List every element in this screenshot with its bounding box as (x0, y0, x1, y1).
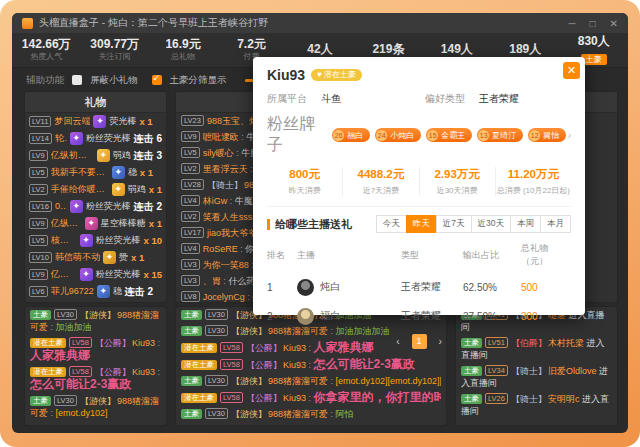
gift-sender-name[interactable]: 09神话 (55, 200, 67, 213)
whale-badge: 土豪 (30, 310, 51, 320)
chat-username[interactable]: 笑看人生sss (203, 212, 253, 222)
anchor-name[interactable]: 炖白 (320, 280, 340, 294)
gift-name: 星空棒棒糖 (101, 217, 146, 230)
tab-近7天[interactable]: 近7天 (436, 215, 472, 233)
level-badge: LV30 (54, 309, 77, 320)
gift-sender-name[interactable]: 亿纵初心不负 (51, 149, 94, 162)
tab-昨天[interactable]: 昨天 (406, 215, 437, 233)
gift-count: x 15 (144, 269, 163, 280)
stat-label: 热度人气 (12, 52, 80, 62)
minimize-icon[interactable]: ─ (568, 18, 575, 29)
maximize-icon[interactable]: □ (590, 18, 596, 29)
block-small-gifts-checkbox[interactable] (72, 75, 82, 85)
level-badge: LV9 (29, 269, 48, 280)
amount-cell: 500 (521, 282, 571, 293)
tab-本周[interactable]: 本周 (510, 215, 541, 233)
gift-sender-name[interactable]: 亿纵初心不负 (51, 217, 82, 230)
page-next-icon[interactable]: › (439, 336, 442, 347)
chat-message: 潜在土豪LV58【公爵】Kiu93 : 人家雅典娜 (25, 335, 166, 364)
chat-username[interactable]: 里看浮云天 (203, 164, 248, 174)
spend-value: 11.20万元 (496, 167, 571, 182)
page-number[interactable]: 1 (412, 334, 427, 349)
gift-icon: ✦ (80, 268, 93, 281)
chat-username[interactable]: 、胃 (203, 276, 221, 286)
gift-row: LV2手催给你暖51046✦弱鸡x 1 (25, 181, 166, 198)
gift-sender-name[interactable]: 韩信萌不动 (55, 251, 100, 264)
stat-value: 7.2元 (217, 38, 285, 51)
noble-tag: 【公爵】 (246, 393, 282, 403)
gift-list: LV11梦回云端✦荧光棒x 1LV14轮回不了✦粉丝荧光棒连击 6LV9亿纵初心… (25, 113, 166, 300)
stat-label: 总礼物 (149, 52, 217, 62)
chat-username[interactable]: 988猪溜溜可爱 (268, 376, 328, 386)
chat-username[interactable]: 安明明c (548, 394, 580, 404)
fan-badges-prev-icon[interactable]: ‹ (557, 130, 560, 141)
section-accent-bar (267, 219, 270, 230)
spend-label: 总消费 (10月22日起) (496, 185, 571, 196)
chat-username[interactable]: 988猪溜溜可爱 (268, 409, 328, 419)
gift-icon: ✦ (112, 183, 125, 196)
close-icon[interactable]: ✕ (610, 18, 618, 29)
gift-icon: ✦ (70, 132, 83, 145)
fan-badges-next-icon[interactable]: › (568, 130, 571, 141)
gift-icon: ✦ (70, 200, 83, 213)
fan-badge-level: 13 (478, 130, 489, 141)
page-prev-icon[interactable]: ‹ (396, 336, 399, 347)
stat-label: 关注订阅 (80, 52, 148, 62)
chat-username[interactable]: 嗻吡逮欧 (203, 132, 239, 142)
gift-name: 稳 (128, 166, 137, 179)
tab-近30天[interactable]: 近30天 (471, 215, 511, 233)
stat-item: 16.9元总礼物 (149, 38, 217, 62)
app-frame: 头榴直播盒子 - 炖白：第二个号早班上王者峡谷打野 ─ □ ✕ 142.66万热… (0, 0, 640, 447)
colon-separator: : (306, 360, 314, 370)
gift-sender-name[interactable]: 我新手不要吐槽 (51, 166, 109, 179)
gift-icon: ✦ (85, 217, 98, 230)
spend-stat: 800元昨天消费 (267, 167, 342, 196)
gift-panel: 礼物 LV11梦回云端✦荧光棒x 1LV14轮回不了✦粉丝荧光棒连击 6LV9亿… (24, 91, 167, 303)
platform-value: 斗鱼 (321, 92, 341, 106)
chat-username[interactable]: 为你一笑88 (203, 260, 249, 270)
gift-sender-name[interactable]: 手催给你暖51046 (51, 183, 109, 196)
chat-username[interactable]: sily暖心 (203, 148, 234, 158)
whale-filter-checkbox[interactable] (152, 75, 162, 85)
fan-badge-name: 福白 (347, 130, 363, 141)
gift-sender-name[interactable]: 菲儿96722 (51, 285, 94, 298)
chat-username[interactable]: 林iGw (203, 196, 228, 206)
colon-separator: : (227, 196, 235, 206)
column-header: 输出占比 (463, 249, 521, 262)
fan-badge-level: 15 (427, 130, 438, 141)
column-header: 排名 (267, 249, 297, 262)
colon-separator: : (306, 393, 314, 403)
gift-count: 连击 6 (134, 132, 162, 146)
tab-本月[interactable]: 本月 (540, 215, 571, 233)
chat-username[interactable]: Kiu93 (132, 338, 155, 348)
level-badge: LV26 (485, 393, 508, 404)
stat-item: 142.66万热度人气 (12, 38, 80, 62)
gift-sender-name[interactable]: 轮回不了 (55, 132, 67, 145)
spend-label: 近7天消费 (343, 185, 418, 196)
chat-username[interactable]: Kiu93 (283, 393, 306, 403)
gift-count: 连击 3 (134, 149, 162, 163)
fan-badge-level: 24 (376, 130, 387, 141)
spend-label: 昨天消费 (267, 185, 342, 196)
chat-username[interactable]: jiao我大爷爷 (207, 228, 257, 238)
amount-cell: 300 (521, 311, 571, 322)
chat-username[interactable]: Kiu93 (132, 367, 155, 377)
tab-今天[interactable]: 今天 (376, 215, 407, 233)
chat-username[interactable]: JocelynCg (203, 292, 245, 302)
gift-icon: ✦ (93, 115, 106, 128)
chat-username[interactable]: 旧爱Oldlove (548, 366, 597, 376)
chat-username[interactable]: Kiu93 (283, 360, 306, 370)
gift-name: 粉丝荧光棒 (86, 132, 131, 145)
level-badge: LV58 (220, 342, 243, 353)
whale-badge: 土豪 (461, 366, 482, 376)
gift-sender-name[interactable]: 核桃花子 (51, 234, 77, 247)
gift-sender-name[interactable]: 梦回云端 (54, 115, 90, 128)
gift-count: x 1 (149, 218, 162, 229)
spend-stats-row: 800元昨天消费4488.2元近7天消费2.93万元近30天消费11.20万元总… (267, 167, 571, 196)
chat-username[interactable]: RoSeRE (203, 244, 238, 254)
anchor-name[interactable]: 福白 (320, 309, 340, 323)
modal-close-button[interactable]: ✕ (563, 62, 580, 79)
gift-icon: ✦ (97, 149, 110, 162)
gift-sender-name[interactable]: 亿纵初心不负 (51, 268, 77, 281)
gift-count: 连击 2 (125, 285, 153, 299)
